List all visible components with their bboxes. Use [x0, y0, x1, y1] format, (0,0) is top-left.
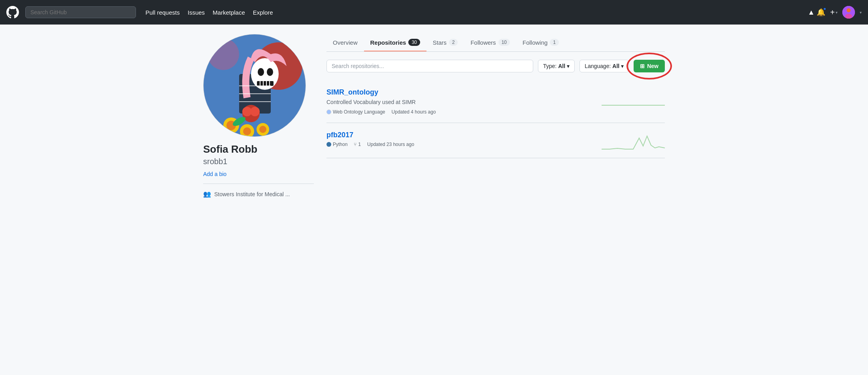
repo-meta: Web Ontology Language Updated 4 hours ag… — [326, 109, 602, 115]
new-repo-label: New — [647, 63, 659, 69]
navbar-actions: ▲ 🔔 + ▾ ▾ — [808, 6, 862, 19]
profile-avatar — [203, 34, 306, 137]
user-avatar-menu[interactable] — [842, 6, 855, 19]
svg-point-21 — [243, 127, 251, 135]
svg-rect-10 — [257, 81, 274, 86]
svg-point-2 — [845, 14, 852, 19]
search-input[interactable] — [25, 6, 136, 18]
plus-icon: + — [830, 8, 835, 17]
add-bio-link[interactable]: Add a bio — [203, 171, 314, 177]
type-dropdown[interactable]: Type: All ▾ — [538, 60, 575, 72]
lang-color-dot — [326, 110, 331, 114]
profile-org: 👥 Stowers Institute for Medical ... — [203, 190, 314, 198]
plus-dropdown-arrow: ▾ — [836, 10, 838, 15]
tab-stars-badge: 2 — [449, 39, 458, 46]
tab-repositories-label: Repositories — [370, 39, 406, 46]
tab-stars-label: Stars — [433, 39, 447, 46]
svg-point-23 — [259, 126, 266, 133]
main-container: Sofia Robb srobb1 Add a bio 👥 Stowers In… — [197, 25, 671, 207]
navbar: Pull requests Issues Marketplace Explore… — [0, 0, 868, 25]
main-content: Overview Repositories 30 Stars 2 Followe… — [326, 34, 665, 198]
repo-description: Controlled Vocabulary used at SIMR — [326, 99, 602, 105]
tab-overview-label: Overview — [333, 39, 358, 46]
repo-updated: Updated 4 hours ago — [392, 109, 436, 115]
svg-point-5 — [208, 38, 239, 70]
navbar-marketplace[interactable]: Marketplace — [213, 9, 245, 16]
svg-point-9 — [267, 68, 273, 76]
repo-controls: Type: All ▾ Language: All ▾ ⊞ New — [326, 60, 665, 72]
type-chevron-icon: ▾ — [567, 63, 570, 69]
search-repos-input[interactable] — [326, 60, 533, 72]
svg-point-8 — [258, 68, 264, 76]
tab-stars[interactable]: Stars 2 — [426, 34, 464, 51]
tab-following-label: Following — [523, 39, 547, 46]
svg-point-17 — [250, 107, 260, 116]
profile-tabs: Overview Repositories 30 Stars 2 Followe… — [326, 34, 665, 52]
sparkline-chart — [602, 134, 665, 150]
svg-point-1 — [847, 8, 851, 12]
fork-icon: ⑂ — [354, 142, 357, 147]
sparkline-chart — [602, 91, 665, 107]
repo-forks: ⑂ 1 — [354, 142, 361, 147]
navbar-links: Pull requests Issues Marketplace Explore — [145, 9, 801, 16]
navbar-pull-requests[interactable]: Pull requests — [145, 9, 180, 16]
table-row: SIMR_ontology Controlled Vocabulary used… — [326, 80, 665, 123]
navbar-issues[interactable]: Issues — [188, 9, 205, 16]
tab-followers[interactable]: Followers 10 — [464, 34, 516, 51]
notification-dot — [823, 7, 826, 11]
lang-name: Python — [333, 142, 347, 147]
language-value: All — [612, 63, 619, 69]
tab-repositories[interactable]: Repositories 30 — [364, 34, 426, 51]
tab-followers-badge: 10 — [498, 39, 510, 46]
repo-meta: Python ⑂ 1 Updated 23 hours ago — [326, 142, 602, 147]
avatar-dropdown-arrow: ▾ — [860, 10, 862, 15]
repo-language: Web Ontology Language — [326, 109, 385, 115]
repo-info: SIMR_ontology Controlled Vocabulary used… — [326, 88, 602, 115]
tab-overview[interactable]: Overview — [326, 34, 364, 51]
new-button-container: ⊞ New — [634, 60, 665, 72]
fork-count: 1 — [358, 142, 361, 147]
language-chevron-icon: ▾ — [621, 63, 624, 69]
tab-followers-label: Followers — [470, 39, 496, 46]
tab-following[interactable]: Following 1 — [516, 34, 565, 51]
language-label: Language: — [585, 63, 611, 69]
repo-language: Python — [326, 142, 347, 147]
repo-chart — [602, 91, 665, 107]
profile-name: Sofia Robb — [203, 143, 314, 155]
repo-name-link[interactable]: pfb2017 — [326, 131, 353, 139]
repo-info: pfb2017 Python ⑂ 1 Updated 23 hours ago — [326, 131, 602, 147]
repo-name-link[interactable]: SIMR_ontology — [326, 88, 378, 97]
new-repo-button[interactable]: ⊞ New — [634, 60, 665, 72]
navbar-explore[interactable]: Explore — [253, 9, 273, 16]
profile-divider — [203, 184, 314, 184]
table-row: pfb2017 Python ⑂ 1 Updated 23 hours ago — [326, 123, 665, 158]
create-menu[interactable]: + ▾ — [830, 8, 838, 17]
repo-chart — [602, 134, 665, 150]
repo-list: SIMR_ontology Controlled Vocabulary used… — [326, 80, 665, 158]
sidebar: Sofia Robb srobb1 Add a bio 👥 Stowers In… — [203, 34, 314, 198]
type-label: Type: — [543, 63, 557, 69]
tab-repositories-badge: 30 — [408, 39, 420, 46]
repo-updated: Updated 23 hours ago — [367, 142, 414, 147]
new-repo-icon: ⊞ — [640, 63, 645, 69]
lang-color-dot — [326, 142, 331, 147]
language-dropdown[interactable]: Language: All ▾ — [579, 60, 629, 72]
type-value: All — [558, 63, 565, 69]
profile-username: srobb1 — [203, 157, 314, 166]
org-name: Stowers Institute for Medical ... — [214, 191, 290, 197]
tab-following-badge: 1 — [550, 39, 559, 46]
org-icon: 👥 — [203, 190, 211, 198]
github-logo[interactable] — [6, 6, 19, 19]
notifications-bell[interactable]: ▲ 🔔 — [808, 8, 825, 17]
lang-name: Web Ontology Language — [333, 109, 385, 115]
